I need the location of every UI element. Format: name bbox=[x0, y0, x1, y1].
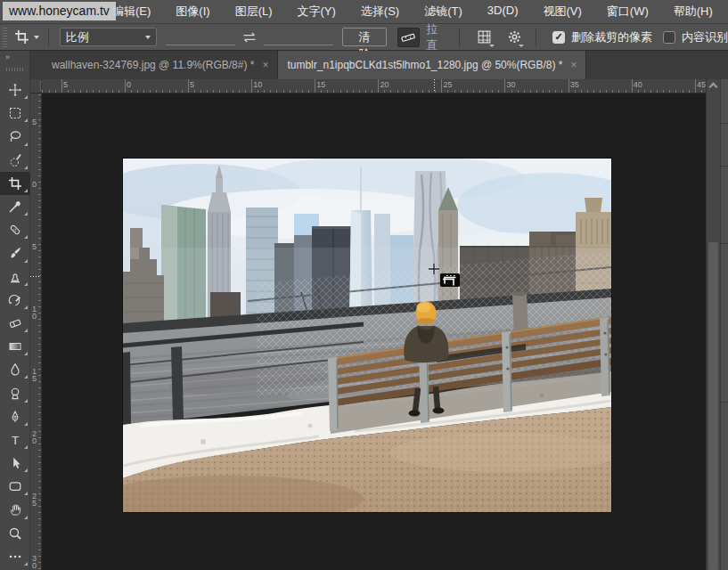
shape-tool[interactable] bbox=[0, 475, 30, 498]
ruler-label: 40 bbox=[634, 80, 642, 89]
aspect-ratio-select[interactable]: 比例 bbox=[60, 28, 157, 46]
gradient-tool[interactable] bbox=[0, 335, 30, 358]
eyedropper-tool[interactable] bbox=[0, 195, 30, 218]
tab-tumblr[interactable]: tumblr_n1ipqbCLKd1st5lhmo1_1280.jpg @ 50… bbox=[278, 51, 586, 79]
vertical-ruler[interactable]: 5051 01 52 02 53 0 bbox=[30, 94, 42, 570]
menu-item-view[interactable]: 视图(V) bbox=[530, 4, 593, 20]
options-bar: 比例 清除 拉直 删除裁剪的像素 内容识别 bbox=[0, 24, 728, 51]
menu-item-filter[interactable]: 滤镜(T) bbox=[412, 4, 475, 20]
ruler-cursor-indicator bbox=[434, 79, 435, 93]
ruler-label: 3 0 bbox=[32, 555, 37, 569]
crop-icon[interactable] bbox=[14, 29, 29, 45]
ruler-label: 2 5 bbox=[32, 493, 37, 507]
eraser-tool[interactable] bbox=[0, 312, 30, 335]
clear-button[interactable]: 清除 bbox=[342, 28, 386, 46]
menu-item-select[interactable]: 选择(S) bbox=[348, 4, 412, 20]
menu-bar: www.honeycam.tv 编辑(E)图像(I)图层(L)文字(Y)选择(S… bbox=[0, 0, 728, 24]
ruler-label: 1 5 bbox=[32, 368, 37, 382]
menu-item-window[interactable]: 窗口(W) bbox=[594, 4, 661, 20]
crop-tool[interactable] bbox=[0, 172, 30, 195]
spot-healing-brush-tool[interactable] bbox=[0, 218, 30, 241]
brush-tool[interactable] bbox=[0, 241, 30, 265]
chevron-down-icon bbox=[145, 36, 151, 39]
watermark: www.honeycam.tv bbox=[3, 2, 116, 20]
horizontal-ruler[interactable]: 5051015202530354045 bbox=[42, 79, 706, 94]
separator bbox=[48, 28, 49, 47]
close-icon[interactable]: × bbox=[570, 59, 577, 71]
pen-tool[interactable] bbox=[0, 405, 30, 428]
ruler-label: 5 bbox=[190, 80, 194, 89]
tab-title: wallhaven-324769.jpg @ 11.9%(RGB/8#) * bbox=[52, 59, 254, 71]
tool-preset-chevron-icon[interactable] bbox=[34, 36, 39, 39]
ruler-label: 1 0 bbox=[32, 305, 37, 320]
menu-item-layer[interactable]: 图层(L) bbox=[223, 4, 285, 20]
canvas-area[interactable] bbox=[42, 94, 706, 570]
menu-item-3d[interactable]: 3D(D) bbox=[475, 4, 531, 20]
swap-arrows-icon[interactable] bbox=[241, 31, 258, 44]
blur-tool[interactable] bbox=[0, 358, 30, 381]
separator bbox=[459, 28, 460, 47]
tab-title: tumblr_n1ipqbCLKd1st5lhmo1_1280.jpg @ 50… bbox=[287, 59, 562, 71]
menu-item-help[interactable]: 帮助(H) bbox=[661, 4, 725, 20]
chevron-down-icon bbox=[519, 45, 524, 47]
ruler-label: 5 bbox=[32, 118, 37, 126]
straighten-button[interactable] bbox=[397, 28, 420, 47]
delete-cropped-pixels-label: 删除裁剪的像素 bbox=[571, 29, 652, 45]
ruler-cursor-indicator bbox=[30, 276, 41, 277]
close-icon[interactable]: × bbox=[262, 59, 268, 71]
panel-dock-edge[interactable] bbox=[720, 79, 728, 570]
edit-toolbar-ellipsis[interactable] bbox=[0, 545, 30, 568]
ruler-label: 15 bbox=[316, 80, 325, 89]
scroll-up-icon[interactable] bbox=[709, 83, 718, 92]
toolbar-grip[interactable] bbox=[6, 66, 23, 73]
ruler-label: 45 bbox=[697, 80, 706, 89]
content-aware-label: 内容识别 bbox=[682, 29, 728, 45]
vertical-scrollbar[interactable] bbox=[706, 79, 720, 570]
double-chevron-icon[interactable]: » bbox=[0, 51, 29, 64]
separator bbox=[536, 28, 536, 47]
ruler-label: 20 bbox=[380, 80, 389, 89]
chevron-down-icon bbox=[489, 45, 495, 47]
crop-width-input[interactable] bbox=[166, 29, 235, 45]
document-tab-bar: wallhaven-324769.jpg @ 11.9%(RGB/8#) * ×… bbox=[30, 51, 728, 79]
move-tool[interactable] bbox=[0, 78, 30, 102]
ruler-label: 0 bbox=[32, 181, 37, 188]
path-selection-tool[interactable] bbox=[0, 452, 30, 475]
gear-icon[interactable] bbox=[504, 28, 525, 47]
menu-items: 编辑(E)图像(I)图层(L)文字(Y)选择(S)滤镜(T)3D(D)视图(V)… bbox=[100, 4, 725, 20]
tab-wallhaven[interactable]: wallhaven-324769.jpg @ 11.9%(RGB/8#) * × bbox=[43, 51, 278, 79]
clone-stamp-tool[interactable] bbox=[0, 265, 30, 289]
lasso-tool[interactable] bbox=[0, 125, 30, 148]
photoshop-window: www.honeycam.tv 编辑(E)图像(I)图层(L)文字(Y)选择(S… bbox=[0, 0, 728, 570]
hand-tool[interactable] bbox=[0, 498, 30, 521]
level-icon bbox=[400, 30, 416, 45]
ruler-label: 25 bbox=[444, 80, 453, 89]
straighten-label[interactable]: 拉直 bbox=[426, 21, 448, 53]
content-aware-checkbox[interactable] bbox=[663, 31, 675, 44]
scrollbar-thumb[interactable] bbox=[708, 242, 718, 570]
menu-item-image[interactable]: 图像(I) bbox=[163, 4, 222, 20]
type-tool[interactable]: T bbox=[0, 428, 30, 452]
grid-overlay-icon[interactable] bbox=[474, 28, 495, 47]
ruler-label: 5 bbox=[32, 243, 37, 250]
ruler-label: 5 bbox=[63, 80, 68, 89]
menu-item-type[interactable]: 文字(Y) bbox=[285, 4, 348, 20]
ruler-label: 35 bbox=[570, 80, 579, 89]
ruler-label: 30 bbox=[507, 80, 516, 89]
options-grip[interactable] bbox=[3, 28, 7, 47]
crop-height-input[interactable] bbox=[264, 29, 333, 45]
rectangular-marquee-tool[interactable] bbox=[0, 102, 30, 125]
dodge-tool[interactable] bbox=[0, 381, 30, 404]
ruler-label: 2 0 bbox=[32, 430, 37, 444]
history-brush-tool[interactable] bbox=[0, 289, 30, 312]
zoom-tool[interactable] bbox=[0, 522, 30, 545]
ruler-label: 10 bbox=[253, 80, 262, 89]
ruler-label: 0 bbox=[127, 80, 131, 89]
delete-cropped-pixels-checkbox[interactable] bbox=[552, 31, 565, 44]
aspect-ratio-value: 比例 bbox=[66, 29, 89, 45]
svg-text:T: T bbox=[12, 434, 19, 447]
quick-selection-tool[interactable] bbox=[0, 149, 30, 172]
tool-panel: » T bbox=[0, 51, 30, 570]
document-image[interactable] bbox=[123, 159, 611, 512]
